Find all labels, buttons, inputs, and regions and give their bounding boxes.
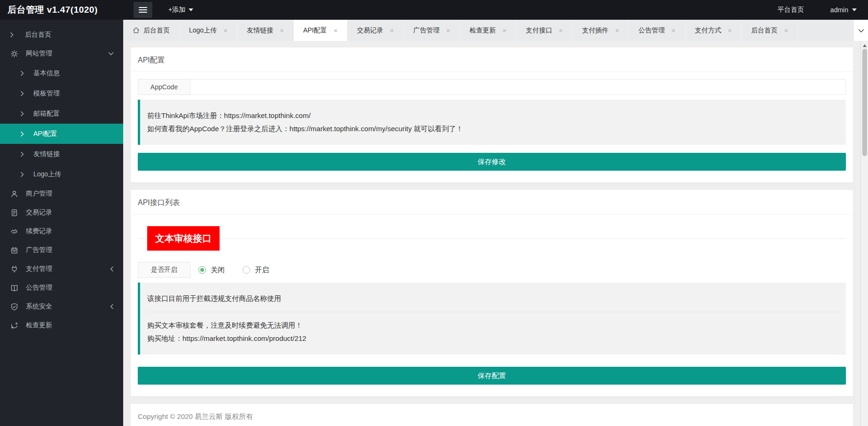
tab-home[interactable]: 后台首页 [123,20,180,41]
add-tab-button[interactable]: +添加 [168,6,193,14]
sidebar-item-mail-config[interactable]: 邮箱配置 [0,103,123,124]
appcode-label: AppCode [138,79,190,95]
sidebar-item-payment-management[interactable]: 支付管理 [0,260,123,278]
radio-selected-icon[interactable] [198,266,206,274]
home-icon [133,27,140,34]
book-icon [10,284,18,292]
sidebar-item-template-management[interactable]: 模板管理 [0,83,123,103]
close-icon[interactable]: × [671,27,676,34]
api-list-card: API接口列表 文本审核接口 是否开启 关闭 开启 [131,190,853,396]
tab-friend-links[interactable]: 友情链接 × [237,20,294,41]
tab-payment-plugin[interactable]: 支付插件 × [573,20,629,41]
topbar-right: 平台首页 admin [778,6,868,14]
card-title: API配置 [131,47,853,72]
chevron-left-icon [110,260,114,278]
sidebar-item-logo-upload[interactable]: Logo上传 [0,164,123,184]
main-content: API配置 AppCode 前往ThinkApi市场注册：https://mar… [123,41,860,426]
close-icon[interactable]: × [280,27,284,34]
sidebar-item-announcement-management[interactable]: 公告管理 [0,278,123,297]
platform-home-link[interactable]: 平台首页 [778,6,804,14]
radio-unselected-icon[interactable] [243,266,250,274]
chevron-down-icon [852,8,857,11]
save-changes-button[interactable]: 保存修改 [138,153,846,171]
scroll-up-icon[interactable] [863,44,867,47]
sidebar-item-basic-info[interactable]: 基本信息 [0,63,123,83]
close-icon[interactable]: × [784,27,788,34]
close-icon[interactable]: × [559,27,563,34]
tab-payment-method[interactable]: 支付方式 × [686,20,742,41]
text-review-help-box: 该接口目前用于拦截违规支付商品名称使用 购买文本审核套餐，注意及时续费避免无法调… [138,283,846,355]
tab-transaction-records[interactable]: 交易记录 × [347,20,404,41]
ad-calendar-icon [10,246,18,254]
app-title: 后台管理 v1.47(1020) [0,4,123,16]
sidebar-item-check-update[interactable]: 检查更新 [0,316,123,335]
scrollbar-thumb[interactable] [862,49,867,156]
tab-bar: 后台首页 Logo上传 × 友情链接 × API配置 × 交易记录 × 广告管理… [123,20,868,41]
chevron-right-icon [20,151,25,157]
sidebar-item-site-management[interactable]: 网站管理 [0,44,123,63]
shield-check-icon [10,302,18,311]
update-icon [10,321,18,330]
chevron-right-icon [20,172,25,177]
close-icon[interactable]: × [223,27,228,34]
help-line: 前往ThinkApi市场注册：https://market.topthink.c… [147,109,839,122]
card-title: API接口列表 [131,190,853,214]
tab-logo-upload[interactable]: Logo上传 × [180,20,237,41]
sidebar-item-api-config[interactable]: API配置 [0,124,123,144]
sidebar-toggle-button[interactable] [134,2,152,18]
hamburger-icon [139,7,147,13]
chevron-right-icon [20,111,25,117]
close-icon[interactable]: × [503,27,507,34]
close-icon[interactable]: × [615,27,619,34]
help-line: 如何查看我的AppCode？注册登录之后进入：https://market.to… [147,122,839,135]
enable-toggle-label: 是否开启 [138,262,190,278]
divider [147,312,839,312]
top-header: 后台管理 v1.47(1020) +添加 平台首页 admin [0,0,868,20]
copyright-text: Copyright © 2020 易兰云斯 版权所有 [138,412,253,420]
chevron-right-icon [20,131,25,137]
gear-icon [10,49,18,58]
user-menu[interactable]: admin [830,6,857,14]
enable-toggle-row: 是否开启 关闭 开启 [138,262,846,278]
close-icon[interactable]: × [390,27,394,34]
chevron-down-icon [189,8,193,11]
appcode-row: AppCode [138,79,846,95]
document-icon [10,208,18,217]
vertical-scrollbar[interactable] [860,41,868,426]
tab-payment-api[interactable]: 支付接口 × [516,20,573,41]
appcode-help-box: 前往ThinkApi市场注册：https://market.topthink.c… [138,100,846,145]
tab-list-dropdown-button[interactable] [854,20,868,41]
tab-home-2[interactable]: 后台首页 × [742,20,798,41]
sidebar-item-friend-links[interactable]: 友情链接 [0,144,123,164]
sidebar: 后台首页 网站管理 基本信息 模板管理 [0,20,123,426]
radio-option-open[interactable]: 开启 [243,266,269,275]
appcode-input[interactable] [190,79,846,95]
handshake-icon [10,227,18,236]
admin-app: 后台管理 v1.47(1020) +添加 平台首页 admin [0,0,868,426]
tab-api-config[interactable]: API配置 × [294,20,347,41]
chevron-right-icon [20,91,25,96]
tab-ad-management[interactable]: 广告管理 × [404,20,460,41]
sidebar-item-dashboard[interactable]: 后台首页 [0,25,123,44]
sidebar-item-renewal-records[interactable]: 续费记录 [0,222,123,241]
close-icon[interactable]: × [728,27,732,34]
close-icon[interactable]: × [333,27,338,34]
save-config-button[interactable]: 保存配置 [138,367,846,385]
section-legend: 文本审核接口 [138,226,846,251]
text-review-badge: 文本审核接口 [147,226,220,251]
enable-radio-group: 关闭 开启 [190,262,269,278]
chevron-right-icon [10,32,15,38]
close-icon[interactable]: × [446,27,450,34]
help-line: 购买文本审核套餐，注意及时续费避免无法调用！ [147,319,839,332]
sidebar-item-merchant-management[interactable]: 商户管理 [0,184,123,203]
tab-announcement-management[interactable]: 公告管理 × [629,20,686,41]
user-icon [10,189,18,198]
api-config-card: API配置 AppCode 前往ThinkApi市场注册：https://mar… [131,47,853,182]
help-line: 购买地址：https://market.topthink.com/product… [147,332,839,345]
radio-option-closed[interactable]: 关闭 [198,266,225,275]
sidebar-item-transaction-records[interactable]: 交易记录 [0,203,123,222]
username: admin [830,6,848,14]
sidebar-item-system-security[interactable]: 系统安全 [0,297,123,316]
sidebar-item-ad-management[interactable]: 广告管理 [0,241,123,260]
tab-check-update[interactable]: 检查更新 × [460,20,517,41]
